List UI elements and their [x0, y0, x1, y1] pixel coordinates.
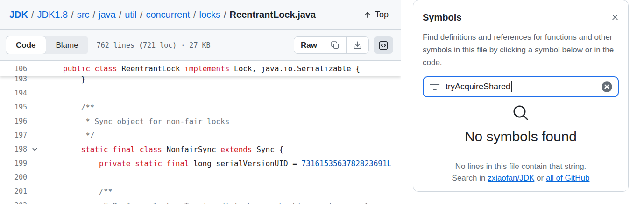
breadcrumb-path-link[interactable]: java: [99, 9, 116, 20]
raw-button[interactable]: Raw: [294, 37, 324, 53]
symbols-panel-description: Find definitions and references for func…: [423, 31, 623, 69]
code-token: /**: [63, 103, 94, 112]
breadcrumb-current-file: ReentrantLock.java: [230, 9, 316, 20]
code-text: * Sync object for non-fair locks: [40, 117, 229, 126]
line-number[interactable]: 194: [0, 89, 27, 97]
code-token: * Performs lock. Try immediate barge, ba…: [63, 201, 369, 204]
code-line: 106public class ReentrantLock implements…: [0, 61, 401, 76]
raw-label: Raw: [301, 41, 317, 50]
sticky-context-line: 106public class ReentrantLock implements…: [0, 61, 401, 76]
code-line: 202 * Performs lock. Try immediate barge…: [0, 198, 401, 204]
arrow-up-icon: [363, 11, 372, 19]
breadcrumb-bar: JDK/JDK1.8/src/java/util/concurrent/lock…: [0, 0, 401, 30]
code-line: 196 * Sync object for non-fair locks: [0, 114, 401, 128]
code-token: private static final: [99, 159, 189, 168]
breadcrumb-path-link[interactable]: src: [77, 9, 90, 20]
code-text: private static final long serialVersionU…: [40, 159, 391, 168]
line-number[interactable]: 196: [0, 117, 27, 125]
search-elsewhere-line: Search in zxiaofan/JDK or all of GitHub: [423, 174, 619, 183]
code-token: static final class: [81, 145, 162, 154]
code-token: NonfairSync: [162, 145, 220, 154]
or-word: or: [537, 174, 544, 182]
code-text: public class ReentrantLock implements Lo…: [40, 64, 360, 73]
tab-code[interactable]: Code: [6, 36, 46, 54]
line-number[interactable]: 195: [0, 103, 27, 111]
code-token: Lock, java.io.Serializable {: [229, 64, 360, 73]
line-number[interactable]: 199: [0, 159, 27, 168]
close-symbols-panel-button[interactable]: [609, 12, 621, 23]
search-icon: [511, 103, 530, 122]
raw-button-group: Raw: [294, 36, 369, 54]
clear-circle-icon: [601, 80, 613, 93]
code-text: /**: [40, 187, 113, 196]
breadcrumb-separator: /: [220, 9, 230, 20]
copy-raw-button[interactable]: [324, 37, 346, 53]
no-symbols-hint: No lines in this file contain that strin…: [423, 162, 619, 171]
search-in-prefix: Search in: [452, 174, 486, 182]
code-text: /**: [40, 103, 94, 112]
close-icon: [610, 13, 620, 22]
back-to-top-link[interactable]: Top: [363, 10, 389, 20]
code-token: [63, 145, 81, 154]
breadcrumb-repo-link[interactable]: JDK: [9, 9, 28, 20]
symbols-pane-toggle-button[interactable]: [374, 36, 393, 54]
breadcrumb-path: JDK/JDK1.8/src/java/util/concurrent/lock…: [9, 9, 316, 20]
code-line: 199 private static final long serialVers…: [0, 156, 401, 170]
code-area: 193 }194195 /**196 * Sync object for non…: [0, 61, 401, 204]
code-token: * Sync object for non-fair locks: [63, 117, 229, 126]
code-line: 201 /**: [0, 184, 401, 198]
tab-blame[interactable]: Blame: [46, 36, 88, 54]
code-line: 194: [0, 86, 401, 100]
breadcrumb-path-link[interactable]: concurrent: [146, 9, 190, 20]
file-meta: 762 lines (721 loc) · 27 KB: [97, 41, 211, 50]
no-symbols-blankslate: No symbols found No lines in this file c…: [423, 103, 619, 183]
code-text: */: [40, 131, 94, 140]
github-code-view: JDK/JDK1.8/src/java/util/concurrent/lock…: [0, 0, 644, 204]
breadcrumb-separator: /: [68, 9, 77, 20]
breadcrumb-path-link[interactable]: JDK1.8: [37, 9, 68, 20]
breadcrumb-path-link[interactable]: util: [125, 9, 137, 20]
symbols-panel-content: Symbols Find definitions and references …: [413, 0, 628, 183]
repo-search-link[interactable]: zxiaofan/JDK: [488, 174, 534, 182]
symbols-filter-input[interactable]: tryAcquireShared: [423, 76, 619, 97]
code-line: 195 /**: [0, 100, 401, 114]
symbols-filter-value: tryAcquireShared: [446, 82, 510, 92]
code-line: 197 */: [0, 128, 401, 142]
global-search-link[interactable]: all of GitHub: [546, 174, 590, 182]
filter-icon: [430, 82, 440, 92]
line-number[interactable]: 198: [0, 145, 27, 153]
line-number[interactable]: 197: [0, 131, 27, 139]
clear-filter-button[interactable]: [601, 80, 613, 93]
line-number[interactable]: 106: [0, 65, 27, 73]
code-token: public class: [63, 64, 117, 73]
breadcrumb-separator: /: [190, 9, 199, 20]
code-square-icon: [378, 40, 389, 51]
code-line: 198 static final class NonfairSync exten…: [0, 142, 401, 156]
code-token: Sync {: [252, 145, 283, 154]
code-token: */: [63, 131, 94, 140]
code-token: long serialVersionUID =: [189, 159, 302, 168]
line-number[interactable]: 202: [0, 201, 27, 204]
breadcrumb-separator: /: [137, 9, 146, 20]
text-cursor: [511, 81, 512, 92]
symbols-panel-title: Symbols: [423, 12, 619, 23]
download-icon: [353, 41, 362, 50]
copy-icon: [331, 41, 340, 50]
code-token: 7316153563782823691L: [302, 159, 392, 168]
collapse-chevron-icon[interactable]: [29, 146, 40, 153]
symbols-panel: Symbols Find definitions and references …: [413, 0, 629, 192]
code-text: * Performs lock. Try immediate barge, ba…: [40, 201, 369, 204]
code-token: [63, 159, 99, 168]
code-token: extends: [220, 145, 252, 154]
line-number[interactable]: 201: [0, 187, 27, 196]
back-to-top-label: Top: [375, 10, 389, 20]
code-token: implements: [184, 64, 229, 73]
breadcrumb-path-link[interactable]: locks: [199, 9, 220, 20]
code-token: /**: [63, 187, 113, 196]
code-lines: 193 }194195 /**196 * Sync object for non…: [0, 72, 401, 204]
breadcrumb-separator: /: [116, 9, 125, 20]
download-button[interactable]: [346, 37, 368, 53]
breadcrumb-separator: /: [28, 9, 37, 20]
line-number[interactable]: 200: [0, 173, 27, 182]
code-token: ReentrantLock: [117, 64, 185, 73]
